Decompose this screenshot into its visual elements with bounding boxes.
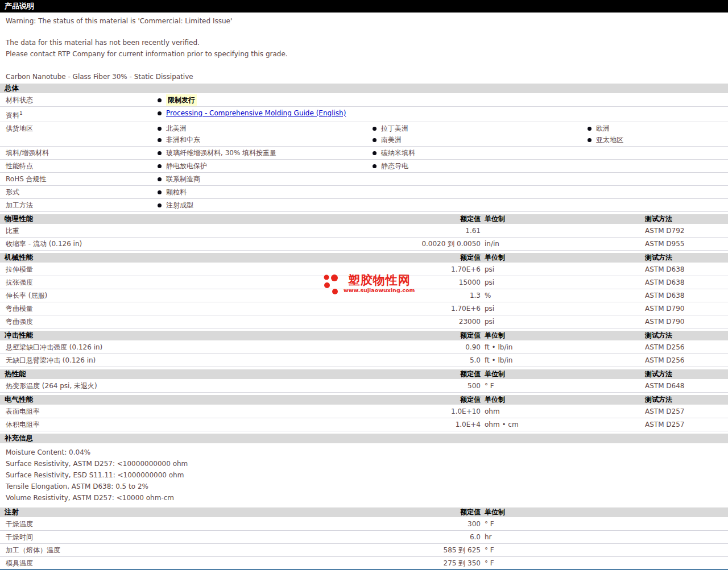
column-header-value: 额定值 [418,331,481,340]
list-item: 玻璃纤维增强材料, 30% 填料按重量 [158,147,373,159]
general-column: 北美洲非洲和中东 [158,123,373,145]
bullet-icon [158,138,162,142]
property-label: 弯曲模量 [0,302,418,315]
list-item-text: 注射成型 [166,199,193,211]
column-header-method: 测试方法 [638,331,728,340]
list-item-text: 联系制造商 [166,173,200,185]
bullet-icon [373,127,377,131]
section-title: 热性能 [0,369,418,379]
list-item: 南美洲 [373,134,588,145]
property-label: 伸长率 (屈服) [0,289,418,302]
section-title: 机械性能 [0,253,418,263]
list-item: 联系制造商 [158,173,373,185]
property-row: 悬壁梁缺口冲击强度 (0.126 in)0.90ft • lb/inASTM D… [0,341,728,354]
general-label-text: 形式 [6,188,19,196]
property-row: 比重1.61ASTM D792 [0,224,728,238]
section-header: 机械性能额定值单位制测试方法 [0,253,728,263]
list-item-text: 玻璃纤维增强材料, 30% 填料按重量 [166,147,276,159]
bullet-icon [158,98,162,102]
section-title: 物理性能 [0,214,418,224]
property-value: 5.0 [418,354,481,367]
property-unit: ° F [481,557,638,569]
general-column [588,186,728,198]
property-unit: ° F [481,380,638,392]
property-label: 表面电阻率 [0,405,418,418]
status-badge: 限制发行 [166,94,197,106]
general-row: 资料1Processing - Comprehensive Molding Gu… [0,107,728,122]
property-label: 热变形温度 (264 psi, 未退火) [0,380,418,392]
general-label: 加工方法 [0,199,158,211]
general-column: 联系制造商 [158,173,373,185]
general-label: 填料/增强材料 [0,147,158,159]
property-unit: psi [481,276,638,289]
supplemental-line: Tensile Elongation, ASTM D638: 0.5 to 2% [6,481,728,492]
general-label: RoHS 合规性 [0,173,158,185]
property-test-method [638,518,728,530]
property-label: 体积电阻率 [0,418,418,431]
column-header-unit: 单位制 [481,395,638,405]
column-header-method: 测试方法 [638,395,728,405]
general-column [373,186,588,198]
property-test-method: ASTM D790 [638,315,728,328]
document-link[interactable]: Processing - Comprehensive Molding Guide… [166,107,346,119]
column-header-method: 测试方法 [638,214,728,224]
verify-notice: The data for this material has not been … [6,38,728,47]
section-title: 冲击性能 [0,331,418,340]
property-test-method: ASTM D638 [638,276,728,289]
property-value: 0.0020 到 0.0050 [418,238,481,250]
property-unit: in/in [481,238,638,250]
supplemental-lines: Moisture Content: 0.04%Surface Resistivi… [0,444,728,505]
column-header-unit: 单位制 [481,253,638,263]
property-unit [481,224,638,237]
column-header-method: 测试方法 [638,369,728,379]
list-item-text: 碳纳米填料 [381,147,415,159]
general-column: 静电放电保护 [158,160,373,172]
list-item: 非洲和中东 [158,134,373,145]
section-header: 注射额定值单位制 [0,507,728,518]
list-item-text: 南美洲 [381,134,402,145]
property-row: 模具温度275 到 350° F [0,557,728,570]
general-column [588,147,728,159]
footnote-marker: 1 [19,110,23,116]
list-item-text: 静态导电 [381,160,408,172]
property-label: 无缺口悬臂梁冲击 (0.126 in) [0,354,418,367]
property-value: 23000 [418,315,481,328]
supplemental-line: Surface Resistivity, ASTM D257: <1000000… [6,458,728,469]
column-header-unit: 单位制 [481,331,638,340]
section-header: 总体 [0,84,728,94]
general-row: 供货地区北美洲非洲和中东拉丁美洲南美洲欧洲亚太地区 [0,122,728,147]
list-item-text: 欧洲 [596,123,610,134]
property-value: 15000 [418,276,481,289]
property-row: 收缩率 - 流动 (0.126 in)0.0020 到 0.0050in/inA… [0,238,728,251]
general-label-text: 资料 [6,111,19,119]
general-label-text: 加工方法 [6,201,33,209]
list-item-text: 颗粒料 [166,186,187,198]
property-test-method: ASTM D257 [638,418,728,431]
property-test-method [638,557,728,569]
list-item-text: 北美洲 [166,123,187,134]
list-item: 亚太地区 [588,134,728,145]
column-header-unit: 单位制 [481,369,638,379]
property-test-method: ASTM D648 [638,380,728,392]
column-header-value: 额定值 [418,507,481,517]
list-item: 静电放电保护 [158,160,373,172]
property-label: 干燥温度 [0,518,418,530]
general-label-text: 性能特点 [6,162,33,170]
property-unit: % [481,289,638,302]
property-value: 500 [418,380,481,392]
column-header-value: 额定值 [418,395,481,405]
property-value: 1.3 [418,289,481,302]
list-item-text: 静电放电保护 [166,160,207,172]
list-item: 北美洲 [158,123,373,134]
property-test-method: ASTM D256 [638,341,728,353]
general-column: Processing - Comprehensive Molding Guide… [158,107,373,121]
bullet-icon [588,138,592,142]
supplemental-line: Volume Resistivity, ASTM D257: <10000 oh… [6,492,728,504]
section-header: 冲击性能额定值单位制测试方法 [0,331,728,341]
property-value: 1.0E+4 [418,418,481,431]
list-item-text: 拉丁美洲 [381,123,408,134]
property-row: 无缺口悬臂梁冲击 (0.126 in)5.0ft • lb/inASTM D25… [0,354,728,367]
property-row: 拉伸模量1.70E+6psiASTM D638 [0,263,728,276]
bullet-icon [158,203,162,207]
property-test-method [638,544,728,556]
